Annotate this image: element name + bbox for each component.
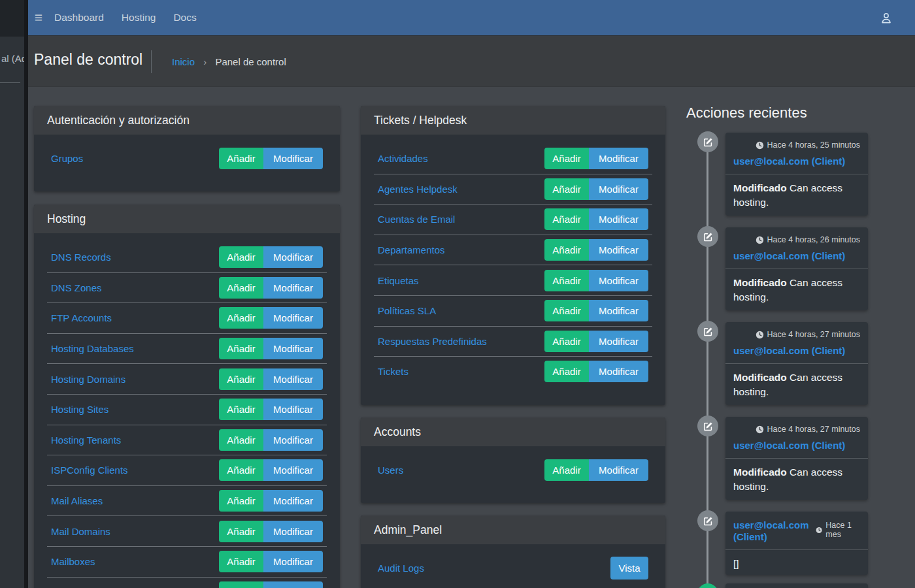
change-button[interactable]: Modificar	[263, 490, 323, 512]
model-row: Respuestas Predefinidas AñadirModificar	[374, 326, 652, 357]
breadcrumb-home-link[interactable]: Inicio	[172, 56, 195, 67]
action-user-link[interactable]: user@local.com (Client)	[733, 155, 845, 167]
change-button[interactable]: Modificar	[263, 521, 323, 542]
model-link-ispconfig-clients[interactable]: ISPConfig Clients	[51, 465, 128, 476]
model-link-cuentas-de-email[interactable]: Cuentas de Email	[378, 214, 455, 225]
model-link-politicas-sla[interactable]: Políticas SLA	[378, 305, 436, 316]
model-link-actividades[interactable]: Actividades	[378, 153, 428, 164]
add-button[interactable]: Añadir	[544, 300, 589, 321]
add-button[interactable]: Añadir	[219, 429, 263, 451]
change-button[interactable]: Modificar	[263, 246, 323, 268]
change-button[interactable]: Modificar	[589, 331, 648, 352]
model-link-mailboxes[interactable]: Mailboxes	[51, 556, 95, 567]
card-tickets-helpdesk: Tickets / Helpdesk Actividades AñadirMod…	[361, 106, 665, 405]
user-account-icon[interactable]	[879, 11, 893, 25]
change-button[interactable]: Modificar	[263, 551, 323, 572]
add-button[interactable]: Añadir	[219, 551, 263, 572]
change-button[interactable]: Modificar	[589, 178, 648, 200]
add-button[interactable]: Añadir	[219, 368, 263, 390]
add-button[interactable]: Añadir	[219, 490, 263, 512]
add-badge-icon: +	[697, 583, 718, 588]
model-link-mail-aliases[interactable]: Mail Aliases	[51, 495, 103, 506]
menu-toggle-icon[interactable]: ≡	[31, 10, 46, 25]
model-link-hosting-domains[interactable]: Hosting Domains	[51, 374, 125, 385]
card-title: Autenticación y autorización	[34, 106, 340, 135]
model-row: DNS Zones AñadirModificar	[47, 272, 327, 303]
add-button[interactable]: Añadir	[219, 338, 263, 359]
change-button[interactable]: Modificar	[589, 208, 648, 230]
sidebar-top-block	[0, 0, 24, 37]
card-title: Tickets / Helpdesk	[361, 106, 665, 135]
change-button[interactable]: Modificar	[263, 277, 323, 299]
add-button[interactable]: Añadir	[219, 459, 263, 481]
action-timestamp: Hace 4 horas, 27 minutos	[733, 425, 860, 434]
breadcrumb-current: Panel de control	[215, 56, 286, 67]
add-button[interactable]: Añadir	[219, 399, 263, 420]
change-button[interactable]: Modificar	[589, 239, 648, 261]
model-row: Audit Logs Vista	[374, 553, 652, 583]
change-button[interactable]: Modificar	[263, 429, 323, 451]
action-user-link[interactable]: user@local.com (Client)	[733, 250, 845, 262]
add-button[interactable]: Añadir	[544, 361, 589, 382]
model-link-hosting-sites[interactable]: Hosting Sites	[51, 404, 108, 415]
add-button[interactable]: Añadir	[219, 581, 263, 588]
model-link-ftp-accounts[interactable]: FTP Accounts	[51, 312, 112, 323]
model-link-grupos[interactable]: Grupos	[51, 153, 83, 164]
recent-action-entry-partial	[725, 583, 868, 588]
title-divider	[151, 50, 152, 73]
change-button[interactable]: Modificar	[263, 399, 323, 420]
change-button[interactable]: Modificar	[263, 148, 323, 169]
add-button[interactable]: Añadir	[219, 148, 263, 169]
model-link-dns-zones[interactable]: DNS Zones	[51, 282, 102, 293]
model-row: Departamentos AñadirModificar	[374, 235, 652, 265]
change-button[interactable]: Modificar	[589, 459, 648, 481]
change-button[interactable]: Modificar	[589, 148, 648, 169]
add-button[interactable]: Añadir	[544, 148, 589, 169]
model-row: Users AñadirModificar	[374, 455, 652, 485]
add-button[interactable]: Añadir	[544, 270, 589, 291]
add-button[interactable]: Añadir	[219, 277, 263, 299]
model-link-respuestas-predefinidas[interactable]: Respuestas Predefinidas	[378, 336, 487, 347]
action-user-link[interactable]: user@local.com (Client)	[733, 440, 845, 451]
model-link-etiquetas[interactable]: Etiquetas	[378, 275, 419, 286]
change-button[interactable]: Modificar	[263, 459, 323, 481]
nav-link-hosting[interactable]: Hosting	[122, 12, 156, 24]
change-button[interactable]: Modificar	[263, 307, 323, 329]
model-row: Mailboxes AñadirModificar	[47, 546, 327, 577]
add-button[interactable]: Añadir	[219, 246, 263, 268]
add-button[interactable]: Añadir	[544, 239, 589, 261]
change-button[interactable]: Modificar	[263, 581, 323, 588]
model-link-tickets[interactable]: Tickets	[378, 366, 408, 377]
card-title: Accounts	[361, 417, 665, 446]
nav-link-dashboard[interactable]: Dashboard	[54, 12, 104, 24]
breadcrumb-separator: ›	[203, 56, 207, 67]
nav-link-docs[interactable]: Docs	[173, 12, 196, 24]
view-button[interactable]: Vista	[610, 557, 648, 580]
change-button[interactable]: Modificar	[263, 368, 323, 390]
change-button[interactable]: Modificar	[263, 338, 323, 359]
model-link-agentes-helpdesk[interactable]: Agentes Helpdesk	[378, 184, 458, 195]
model-link-mail-domains[interactable]: Mail Domains	[51, 526, 110, 537]
change-button[interactable]: Modificar	[589, 270, 648, 291]
change-button[interactable]: Modificar	[589, 361, 648, 382]
breadcrumb: Inicio › Panel de control	[172, 56, 286, 67]
model-link-hosting-tenants[interactable]: Hosting Tenants	[51, 434, 121, 446]
add-button[interactable]: Añadir	[544, 459, 589, 481]
card-title: Hosting	[34, 204, 340, 233]
model-link-users[interactable]: Users	[378, 465, 403, 476]
add-button[interactable]: Añadir	[544, 331, 589, 352]
add-button[interactable]: Añadir	[544, 178, 589, 200]
action-user-link[interactable]: user@local.com (Client)	[733, 519, 816, 543]
model-row: Hosting Sites AñadirModificar	[47, 394, 327, 425]
add-button[interactable]: Añadir	[219, 307, 263, 329]
action-user-link[interactable]: user@local.com (Client)	[733, 345, 845, 357]
model-link-hosting-databases[interactable]: Hosting Databases	[51, 343, 134, 354]
add-button[interactable]: Añadir	[544, 208, 589, 230]
model-link-audit-logs[interactable]: Audit Logs	[378, 563, 424, 574]
add-button[interactable]: Añadir	[219, 521, 263, 542]
model-link-dns-records[interactable]: DNS Records	[51, 252, 111, 263]
change-button[interactable]: Modificar	[589, 300, 648, 321]
edit-badge-icon	[697, 510, 718, 531]
model-link-departamentos[interactable]: Departamentos	[378, 244, 445, 255]
recent-action-entry: Hace 4 horas, 26 minutos user@local.com …	[725, 227, 868, 310]
